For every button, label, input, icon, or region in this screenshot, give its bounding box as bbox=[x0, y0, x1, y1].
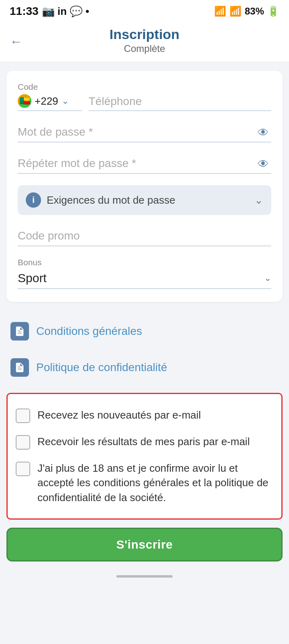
home-bar bbox=[116, 575, 173, 578]
status-icons: 📷 in 💬 • bbox=[42, 5, 89, 18]
promo-section bbox=[18, 226, 271, 246]
chevron-right-icon: ⌄ bbox=[254, 194, 263, 206]
conditions-icon bbox=[10, 322, 29, 341]
form-card: Code 🇧🇯 +229 ⌄ 👁 👁 i Exigences du mot de… bbox=[6, 71, 283, 302]
phone-input[interactable] bbox=[89, 95, 271, 111]
password-field-group: 👁 bbox=[18, 122, 271, 142]
page-title: Inscription bbox=[109, 27, 180, 42]
phone-row: Code 🇧🇯 +229 ⌄ bbox=[18, 82, 271, 111]
status-time: 11:33 bbox=[10, 5, 39, 18]
home-indicator bbox=[0, 570, 289, 581]
privacy-icon bbox=[10, 358, 29, 377]
terms-checkbox-row: J'ai plus de 18 ans et je confirme avoir… bbox=[16, 455, 273, 510]
page-subtitle: Complète bbox=[124, 43, 165, 54]
bonus-selector[interactable]: Sport ⌄ bbox=[18, 269, 271, 289]
page-header: ← Inscription Complète bbox=[0, 21, 289, 62]
code-label: Code bbox=[18, 82, 82, 92]
newsletter-checkbox-row: Recevez les nouveautés par e-mail bbox=[16, 402, 273, 429]
repeat-password-input[interactable] bbox=[18, 154, 271, 174]
bonus-value: Sport bbox=[18, 271, 47, 285]
status-left: 11:33 📷 in 💬 • bbox=[10, 5, 89, 18]
password-req-left: i Exigences du mot de passe bbox=[26, 192, 175, 208]
conditions-label: Conditions générales bbox=[36, 325, 142, 338]
flag-circle: 🇧🇯 bbox=[18, 94, 31, 108]
conditions-link[interactable]: Conditions générales bbox=[6, 313, 283, 349]
repeat-password-eye-icon[interactable]: 👁 bbox=[258, 157, 269, 171]
newsletter-label: Recevez les nouveautés par e-mail bbox=[37, 408, 201, 422]
bonus-section: Bonus Sport ⌄ bbox=[18, 258, 271, 289]
results-checkbox-row: Recevoir les résultats de mes paris par … bbox=[16, 429, 273, 455]
battery-label: 83% bbox=[245, 6, 264, 17]
links-section: Conditions générales Politique de confid… bbox=[6, 313, 283, 386]
phone-code-section: Code 🇧🇯 +229 ⌄ bbox=[18, 82, 82, 111]
wifi-icon: 📶 bbox=[214, 6, 226, 17]
bonus-chevron-icon: ⌄ bbox=[264, 273, 271, 283]
repeat-password-field-group: 👁 bbox=[18, 154, 271, 174]
country-code-selector[interactable]: 🇧🇯 +229 ⌄ bbox=[18, 94, 82, 111]
phone-input-section bbox=[89, 95, 271, 111]
status-right: 📶 📶 83% 🔋 bbox=[214, 6, 279, 17]
register-btn-wrapper: S'inscrire bbox=[6, 528, 283, 561]
password-input[interactable] bbox=[18, 122, 271, 142]
checkboxes-section: Recevez les nouveautés par e-mail Recevo… bbox=[6, 393, 283, 520]
results-checkbox[interactable] bbox=[16, 435, 30, 450]
info-icon: i bbox=[26, 192, 41, 208]
register-button[interactable]: S'inscrire bbox=[6, 528, 283, 561]
status-bar: 11:33 📷 in 💬 • 📶 📶 83% 🔋 bbox=[0, 0, 289, 21]
promo-input[interactable] bbox=[18, 226, 271, 246]
password-requirements-toggle[interactable]: i Exigences du mot de passe ⌄ bbox=[18, 185, 271, 215]
privacy-link[interactable]: Politique de confidentialité bbox=[6, 349, 283, 386]
terms-label: J'ai plus de 18 ans et je confirme avoir… bbox=[37, 461, 273, 505]
bonus-label: Bonus bbox=[18, 258, 271, 267]
terms-checkbox[interactable] bbox=[16, 462, 30, 476]
country-code: +229 bbox=[35, 95, 58, 107]
back-button[interactable]: ← bbox=[10, 34, 23, 49]
flag-emoji: 🇧🇯 bbox=[19, 96, 30, 106]
results-label: Recevoir les résultats de mes paris par … bbox=[37, 434, 250, 449]
password-eye-icon[interactable]: 👁 bbox=[258, 126, 269, 139]
privacy-label: Politique de confidentialité bbox=[36, 361, 167, 374]
chevron-down-icon: ⌄ bbox=[62, 96, 69, 106]
battery-icon: 🔋 bbox=[267, 6, 279, 17]
password-req-label: Exigences du mot de passe bbox=[47, 194, 175, 206]
signal-icon: 📶 bbox=[229, 6, 242, 17]
newsletter-checkbox[interactable] bbox=[16, 409, 30, 423]
